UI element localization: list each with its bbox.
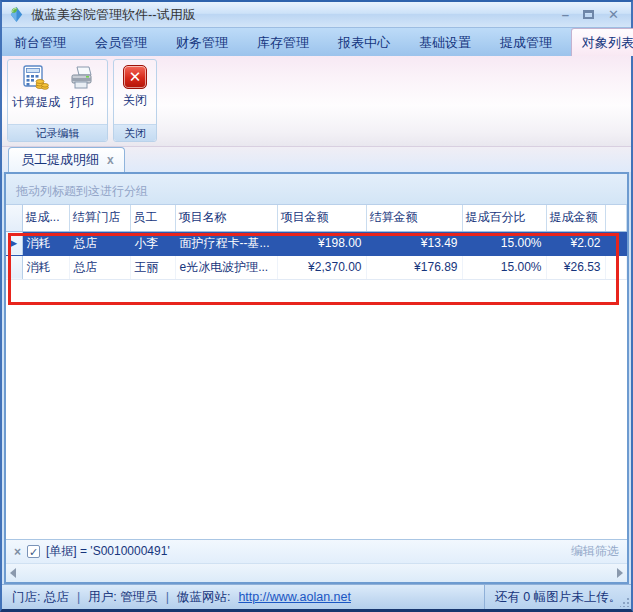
close-tab-button[interactable]: ✕ 关闭 [118,62,152,109]
calculator-coins-icon [23,65,49,91]
tab-commission[interactable]: 提成管理 [490,29,562,56]
tab-settings[interactable]: 基础设置 [409,29,481,56]
scroll-left-icon[interactable] [10,568,16,578]
grid-panel: 拖动列标题到这进行分组 提成... 结算门店 员工 项目名称 项目金额 结算金额… [4,172,629,584]
column-header-settle-amount[interactable]: 结算金额 [366,205,462,231]
calc-commission-button[interactable]: 计算提成 [12,62,60,111]
group-close: ✕ 关闭 关闭 [113,59,157,142]
commission-table: 提成... 结算门店 员工 项目名称 项目金额 结算金额 提成百分比 提成金额 … [6,205,627,280]
grid-empty-area [6,280,627,540]
status-store: 门店: 总店 [12,589,69,606]
cell-employee: 王丽 [130,255,175,279]
printer-icon [69,65,95,91]
doc-tab-commission-detail[interactable]: 员工提成明细 x [8,147,125,172]
row-indicator [6,255,22,279]
cell-percent: 15.00% [462,255,546,279]
calc-commission-label: 计算提成 [12,94,60,111]
group-label-record-edit: 记录编辑 [8,124,107,141]
cell-percent: 15.00% [462,231,546,255]
tab-finance[interactable]: 财务管理 [166,29,238,56]
app-logo-icon [8,6,25,23]
cell-type: 消耗 [22,255,69,279]
cell-project: e光冰电波护理... [175,255,277,279]
column-header-employee[interactable]: 员工 [130,205,175,231]
column-header-project-amount[interactable]: 项目金额 [277,205,366,231]
column-header-stub [605,205,627,231]
tab-members[interactable]: 会员管理 [85,29,157,56]
cell-commission: ¥26.53 [546,255,605,279]
tab-front-desk[interactable]: 前台管理 [4,29,76,56]
doc-tab-label: 员工提成明细 [21,151,99,169]
ribbon-tab-strip: 前台管理 会员管理 财务管理 库存管理 报表中心 基础设置 提成管理 对象列表管… [2,28,631,56]
tab-reports[interactable]: 报表中心 [328,29,400,56]
red-close-icon: ✕ [123,65,147,89]
column-header-store[interactable]: 结算门店 [69,205,130,231]
cell-store: 总店 [69,231,130,255]
ribbon-toolbar: 计算提成 打印 记录编辑 ✕ 关闭 [2,56,631,147]
group-record-edit: 计算提成 打印 记录编辑 [7,59,108,142]
cell-settle-amount: ¥176.89 [366,255,462,279]
horizontal-scrollbar[interactable] [6,563,627,582]
table-header-row: 提成... 结算门店 员工 项目名称 项目金额 结算金额 提成百分比 提成金额 [6,205,627,231]
cell-employee: 小李 [130,231,175,255]
upload-status-section: 还有 0 幅图片未上传。 [484,585,631,609]
status-site-label: 傲蓝网站: [177,589,230,606]
print-label: 打印 [70,94,94,111]
cell-stub [605,231,627,255]
close-button-label: 关闭 [123,92,147,109]
tab-object-list-active[interactable]: 对象列表管理 [571,28,633,56]
edit-filter-link[interactable]: 编辑筛选 [571,543,619,560]
cell-type: 消耗 [22,231,69,255]
tab-inventory[interactable]: 库存管理 [247,29,319,56]
group-label-close: 关闭 [114,124,156,141]
status-user: 用户: 管理员 [88,589,157,606]
cell-settle-amount: ¥13.49 [366,231,462,255]
filter-close-icon[interactable]: × [14,545,21,559]
cell-commission: ¥2.02 [546,231,605,255]
column-header-project[interactable]: 项目名称 [175,205,277,231]
title-bar: 傲蓝美容院管理软件--试用版 – ✕ [2,2,631,28]
close-icon[interactable]: ✕ [608,8,619,21]
aolan-website-link[interactable]: http://www.aolan.net [238,590,351,604]
doc-tab-close-icon[interactable]: x [107,153,114,167]
minimize-icon[interactable]: – [562,8,569,21]
selected-row-arrow-icon: ▶ [6,231,22,255]
filter-checkbox[interactable]: ✓ [27,545,40,558]
status-bar: 门店: 总店 | 用户: 管理员 | 傲蓝网站: http://www.aola… [2,584,631,609]
table-row-selected[interactable]: ▶ 消耗 总店 小李 面护疗程卡--基... ¥198.00 ¥13.49 15… [6,231,627,255]
status-separator: | [77,590,80,604]
app-window: 傲蓝美容院管理软件--试用版 – ✕ 前台管理 会员管理 财务管理 库存管理 报… [0,0,633,612]
status-separator: | [166,590,169,604]
print-button[interactable]: 打印 [62,62,102,111]
cell-project-amount: ¥198.00 [277,231,366,255]
filter-expression: [单据] = 'S0010000491' [46,543,170,560]
table-row[interactable]: 消耗 总店 王丽 e光冰电波护理... ¥2,370.00 ¥176.89 15… [6,255,627,279]
column-header-commission[interactable]: 提成金额 [546,205,605,231]
group-by-panel[interactable]: 拖动列标题到这进行分组 [6,174,627,205]
filter-bar: × ✓ [单据] = 'S0010000491' 编辑筛选 [6,539,627,563]
row-indicator-header [6,205,22,231]
document-tab-bar: 员工提成明细 x [2,147,631,172]
scroll-right-icon[interactable] [617,568,623,578]
column-header-percent[interactable]: 提成百分比 [462,205,546,231]
cell-store: 总店 [69,255,130,279]
cell-project-amount: ¥2,370.00 [277,255,366,279]
upload-status-text: 还有 0 幅图片未上传。 [495,589,621,606]
window-title: 傲蓝美容院管理软件--试用版 [31,6,196,24]
column-header-type[interactable]: 提成... [22,205,69,231]
resize-grip[interactable] [620,598,629,607]
maximize-icon[interactable] [583,10,594,19]
cell-stub [605,255,627,279]
cell-project: 面护疗程卡--基... [175,231,277,255]
